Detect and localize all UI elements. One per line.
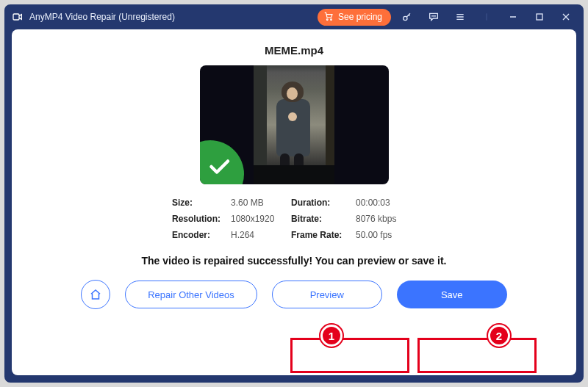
close-button[interactable]	[556, 7, 576, 27]
meta-resolution-value: 1080x1920	[231, 214, 291, 224]
video-frame	[254, 65, 334, 184]
maximize-button[interactable]	[529, 7, 550, 27]
app-title: AnyMP4 Video Repair (Unregistered)	[29, 12, 175, 22]
meta-bitrate-value: 8076 kbps	[356, 214, 416, 224]
meta-encoder-label: Encoder:	[172, 230, 231, 240]
repair-other-label: Repair Other Videos	[148, 289, 234, 300]
svg-point-1	[326, 18, 328, 20]
annotation-box-2	[417, 338, 537, 373]
metadata-grid: Size: 3.60 MB Duration: 00:00:03 Resolut…	[172, 198, 416, 240]
meta-resolution-label: Resolution:	[172, 214, 231, 224]
svg-point-5	[434, 15, 434, 16]
meta-duration-label: Duration:	[291, 198, 356, 208]
titlebar: AnyMP4 Video Repair (Unregistered) See p…	[4, 4, 584, 29]
file-name: MEME.mp4	[265, 44, 323, 57]
annotation-badge-2: 2	[488, 325, 510, 347]
see-pricing-button[interactable]: See pricing	[318, 9, 391, 26]
home-button[interactable]	[81, 280, 110, 309]
feedback-icon[interactable]	[423, 7, 444, 27]
meta-bitrate-label: Bitrate:	[291, 214, 356, 224]
meta-size-label: Size:	[172, 198, 231, 208]
meta-encoder-value: H.264	[231, 230, 291, 240]
app-window: AnyMP4 Video Repair (Unregistered) See p…	[4, 4, 584, 383]
cart-icon	[323, 11, 334, 23]
divider	[476, 7, 497, 27]
video-thumbnail	[200, 65, 389, 184]
app-logo-icon	[12, 11, 24, 23]
svg-point-4	[432, 15, 433, 16]
svg-point-6	[435, 15, 436, 16]
menu-icon[interactable]	[450, 7, 470, 27]
svg-point-2	[331, 18, 332, 20]
svg-rect-7	[537, 14, 542, 20]
status-message: The video is repaired successfully! You …	[142, 255, 447, 267]
button-row: Repair Other Videos Preview Save	[81, 280, 507, 309]
meta-size-value: 3.60 MB	[231, 198, 291, 208]
meta-framerate-label: Frame Rate:	[291, 230, 356, 240]
repair-other-videos-button[interactable]: Repair Other Videos	[125, 281, 257, 308]
svg-rect-0	[13, 14, 19, 20]
meta-duration-value: 00:00:03	[356, 198, 416, 208]
see-pricing-label: See pricing	[338, 12, 382, 22]
annotation-badge-1: 1	[320, 325, 343, 347]
key-icon[interactable]	[397, 7, 417, 27]
save-label: Save	[441, 289, 463, 300]
meta-framerate-value: 50.00 fps	[356, 230, 416, 240]
save-button[interactable]: Save	[397, 281, 507, 308]
preview-label: Preview	[310, 289, 344, 300]
content-area: MEME.mp4 Size: 3.60 MB Duration: 00:00:0…	[12, 29, 576, 375]
annotation-box-1	[290, 338, 409, 373]
minimize-button[interactable]	[503, 7, 523, 27]
svg-point-3	[404, 16, 407, 20]
preview-button[interactable]: Preview	[272, 281, 382, 308]
